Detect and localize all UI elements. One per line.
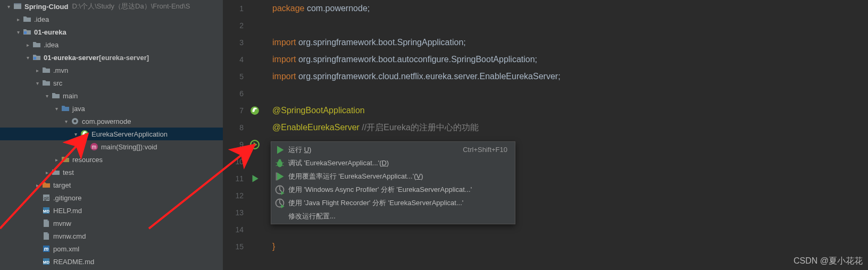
line-number: 4	[223, 51, 244, 68]
ctx-item-label: 使用 'Windows Async Profiler' 分析 'EurekaSe…	[288, 185, 507, 195]
expand-arrow[interactable]	[33, 182, 41, 188]
prof-icon	[274, 185, 285, 194]
tree-node-label: main(String[]):void	[101, 143, 157, 151]
expand-arrow[interactable]	[33, 68, 41, 73]
code-line[interactable]: import org.springframework.boot.autoconf…	[272, 51, 868, 68]
bug-icon	[274, 159, 285, 167]
module-suffix: [eureka-server]	[99, 54, 149, 62]
code-line[interactable]: package com.powernode;	[272, 0, 868, 17]
gutter-icons[interactable]	[248, 0, 269, 270]
tree-node-java[interactable]: java	[0, 102, 223, 115]
ctx-item[interactable]: 修改运行配置...	[271, 209, 515, 223]
line-number: 1	[223, 0, 244, 17]
gutter-play-icon[interactable]	[250, 174, 260, 183]
code-line[interactable]: }	[272, 238, 868, 255]
ctx-item-label: 运行 U)	[288, 145, 463, 155]
tree-node-eurekaserverapplication[interactable]: EurekaServerApplication	[0, 128, 223, 140]
code-line[interactable]: import org.springframework.cloud.netflix…	[272, 68, 868, 85]
expand-arrow[interactable]	[14, 29, 22, 35]
tree-node-label: com.powernode	[82, 117, 131, 125]
expand-arrow[interactable]	[33, 80, 41, 86]
ctx-item-shortcut: Ctrl+Shift+F10	[463, 146, 507, 154]
gutter-spring-icon[interactable]	[250, 106, 260, 115]
expand-arrow[interactable]	[43, 93, 51, 99]
line-number: 8	[223, 119, 244, 136]
tree-node-01-eureka-server[interactable]: 01-eureka-server [eureka-server]	[0, 51, 223, 64]
svg-point-19	[279, 159, 281, 162]
tree-node-path: D:\个人\Study（思达Da）\Front-End\S	[72, 2, 190, 11]
tree-node-label: main	[63, 92, 78, 100]
expand-arrow[interactable]	[4, 4, 13, 10]
tree-node-label: mvnw	[53, 220, 71, 227]
method-icon: m	[89, 142, 99, 151]
tree-node-label: .idea	[44, 41, 59, 49]
ctx-item[interactable]: 使用覆盖率运行 'EurekaServerApplicat...'(V)	[271, 170, 515, 183]
cover-icon	[274, 172, 285, 181]
code-area[interactable]: package com.powernode; import org.spring…	[269, 0, 868, 270]
run-context-menu[interactable]: 运行 U)Ctrl+Shift+F10调试 'EurekaServerAppli…	[271, 141, 515, 224]
line-number: 13	[223, 204, 244, 221]
tree-node--mvn[interactable]: .mvn	[0, 64, 223, 77]
target-icon	[41, 180, 51, 190]
tree-node-resources[interactable]: resources	[0, 153, 223, 166]
ctx-item[interactable]: 使用 'Windows Async Profiler' 分析 'EurekaSe…	[271, 183, 515, 196]
expand-arrow[interactable]	[43, 170, 51, 175]
expand-arrow[interactable]	[14, 16, 22, 22]
ctx-item-label: 使用 'Java Flight Recorder' 分析 'EurekaServ…	[288, 198, 507, 208]
tree-node-label: EurekaServerApplication	[91, 130, 168, 138]
svg-line-22	[276, 165, 278, 165]
tree-node-readme-md[interactable]: MDREADME.md	[0, 255, 223, 268]
code-line[interactable]: import org.springframework.boot.SpringAp…	[272, 34, 868, 51]
tree-node-pom-xml[interactable]: mpom.xml	[0, 242, 223, 255]
code-editor[interactable]: 123456789101112131415 package com.powern…	[223, 0, 868, 270]
line-number: 3	[223, 34, 244, 51]
module-icon	[22, 27, 32, 37]
code-line[interactable]	[272, 17, 868, 34]
gutter-run-icon[interactable]	[250, 140, 260, 149]
code-line[interactable]	[272, 85, 868, 102]
tree-node--idea[interactable]: .idea	[0, 38, 223, 51]
ctx-item[interactable]: 使用 'Java Flight Recorder' 分析 'EurekaServ…	[271, 196, 515, 209]
tree-node-src[interactable]: src	[0, 77, 223, 89]
tree-node-help-md[interactable]: MDHELP.md	[0, 204, 223, 217]
expand-arrow[interactable]	[52, 157, 61, 163]
tree-node-label: .mvn	[53, 66, 68, 74]
svg-text:MD: MD	[43, 209, 50, 214]
line-number: 14	[223, 221, 244, 238]
tree-node-label: 01-eureka	[34, 28, 66, 36]
code-line[interactable]: @EnableEurekaServer //开启Eureka的注册中心的功能	[272, 119, 868, 136]
tree-node-spring-cloud[interactable]: Spring-Cloud D:\个人\Study（思达Da）\Front-End…	[0, 0, 223, 13]
tree-node-test[interactable]: test	[0, 166, 223, 179]
project-tree[interactable]: Spring-Cloud D:\个人\Study（思达Da）\Front-End…	[0, 0, 223, 270]
ctx-item[interactable]: 运行 U)Ctrl+Shift+F10	[271, 143, 515, 156]
tree-node-target[interactable]: target	[0, 179, 223, 191]
svg-rect-1	[24, 31, 27, 34]
tree-node-main[interactable]: main	[0, 89, 223, 102]
tree-node-label: target	[53, 181, 71, 189]
ctx-item-label: 修改运行配置...	[288, 212, 507, 221]
svg-point-4	[74, 120, 77, 123]
tree-node-mvnw[interactable]: mvnw	[0, 217, 223, 230]
expand-arrow[interactable]	[23, 55, 32, 61]
tree-node-main-string-void[interactable]: mmain(String[]):void	[0, 140, 223, 153]
tree-node-label: src	[53, 79, 62, 87]
tree-node-com-powernode[interactable]: com.powernode	[0, 115, 223, 128]
svg-text:m: m	[44, 246, 49, 252]
maven-icon: m	[41, 244, 51, 254]
expand-arrow[interactable]	[62, 119, 70, 124]
code-line[interactable]: @SpringBootApplication	[272, 102, 868, 119]
tree-node-label: mvnw.cmd	[53, 232, 86, 240]
ctx-item[interactable]: 调试 'EurekaServerApplicat...'(D)	[271, 156, 515, 170]
tree-node-mvnw-cmd[interactable]: mvnw.cmd	[0, 230, 223, 242]
line-number-gutter: 123456789101112131415	[223, 0, 248, 270]
expand-arrow[interactable]	[52, 106, 61, 112]
tree-node-label: .gitignore	[53, 194, 81, 202]
expand-arrow[interactable]	[23, 42, 32, 48]
play-icon	[274, 146, 285, 154]
md-icon: MD	[41, 206, 51, 215]
expand-arrow[interactable]	[71, 131, 80, 137]
git-icon: git	[41, 193, 51, 203]
tree-node--gitignore[interactable]: git.gitignore	[0, 191, 223, 204]
tree-node--idea[interactable]: .idea	[0, 13, 223, 26]
tree-node-01-eureka[interactable]: 01-eureka	[0, 26, 223, 38]
